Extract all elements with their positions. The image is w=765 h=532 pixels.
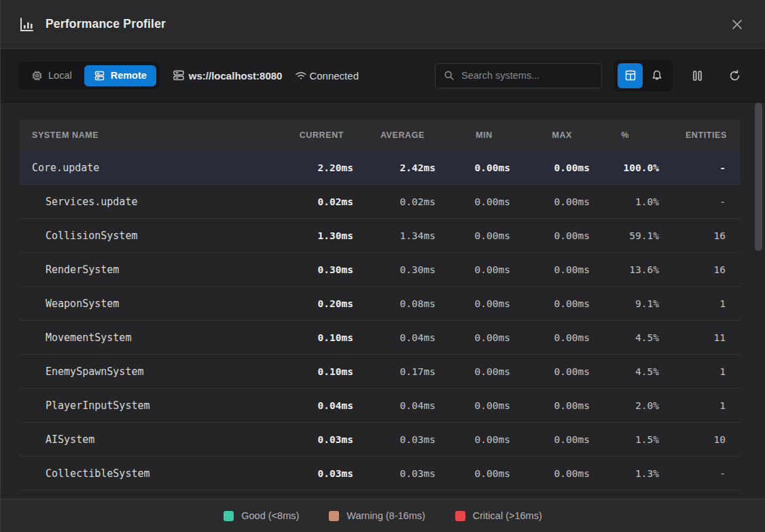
col-header-system-name: SYSTEM NAME: [20, 130, 277, 140]
table-view-button[interactable]: [618, 63, 643, 88]
host-server-icon: [172, 69, 185, 82]
col-header-max: MAX: [510, 130, 590, 140]
alerts-button[interactable]: [644, 63, 669, 88]
system-name-cell: RenderSystem: [20, 264, 277, 276]
table-row[interactable]: Services.update 0.02ms 0.02ms 0.00ms 0.0…: [20, 185, 741, 219]
current-cell: 1.30ms: [277, 230, 353, 241]
col-header-current: CURRENT: [277, 130, 353, 140]
min-cell: 0.00ms: [435, 332, 510, 343]
min-cell: 0.00ms: [435, 366, 510, 377]
current-cell: 0.20ms: [277, 298, 353, 309]
title-bar: Performance Profiler: [1, 0, 765, 49]
entities-cell: 16: [659, 264, 741, 275]
max-cell: 0.00ms: [510, 332, 590, 343]
legend-item-good: Good (<8ms): [224, 510, 299, 521]
min-cell: 0.00ms: [435, 196, 510, 207]
max-cell: 0.00ms: [510, 366, 590, 377]
current-cell: 0.30ms: [277, 264, 353, 275]
entities-cell: 1: [659, 400, 741, 411]
status-legend: Good (<8ms) Warning (8-16ms) Critical (>…: [1, 499, 765, 532]
pause-button[interactable]: [685, 63, 710, 88]
pause-icon: [691, 69, 704, 82]
min-cell: 0.00ms: [435, 162, 510, 173]
remote-mode-button[interactable]: Remote: [84, 65, 156, 86]
current-cell: 0.03ms: [277, 468, 353, 479]
percent-cell: 1.5%: [590, 434, 659, 445]
entities-cell: 1: [659, 298, 741, 309]
percent-cell: 100.0%: [590, 162, 659, 173]
max-cell: 0.00ms: [510, 162, 590, 173]
view-segmented-control: [614, 60, 673, 92]
connection-endpoint: ws://localhost:8080: [172, 69, 283, 82]
close-button[interactable]: [727, 14, 747, 35]
average-cell: 2.42ms: [353, 162, 435, 173]
local-mode-button[interactable]: Local: [22, 65, 82, 86]
min-cell: 0.00ms: [435, 298, 510, 309]
average-cell: 0.03ms: [353, 468, 435, 479]
table-row[interactable]: EnemySpawnSystem 0.10ms 0.17ms 0.00ms 0.…: [20, 355, 741, 389]
average-cell: 0.30ms: [353, 264, 435, 275]
min-cell: 0.00ms: [435, 264, 510, 275]
system-name-cell: PlayerInputSystem: [20, 400, 277, 412]
table-row[interactable]: CollectibleSystem 0.03ms 0.03ms 0.00ms 0…: [20, 457, 741, 491]
table-row[interactable]: PlayerInputSystem 0.04ms 0.04ms 0.00ms 0…: [20, 389, 741, 423]
close-icon: [731, 18, 743, 31]
cpu-chip-icon: [31, 70, 43, 82]
bell-icon: [651, 69, 663, 82]
average-cell: 0.04ms: [353, 400, 435, 411]
entities-cell: 1: [659, 366, 741, 377]
performance-profiler-window: { "window": { "title": "Performance Prof…: [0, 0, 765, 532]
refresh-icon: [728, 69, 741, 82]
table-body: Core.update 2.20ms 2.42ms 0.00ms 0.00ms …: [20, 151, 741, 491]
current-cell: 0.02ms: [277, 196, 353, 207]
col-header-entities: ENTITIES: [659, 130, 741, 140]
entities-cell: 10: [659, 434, 741, 445]
search-icon: [444, 70, 455, 81]
min-cell: 0.00ms: [435, 434, 510, 445]
system-name-cell: CollectibleSystem: [20, 467, 277, 480]
table-header-row: SYSTEM NAME CURRENT AVERAGE MIN MAX % EN…: [20, 120, 741, 151]
table-row[interactable]: CollisionSystem 1.30ms 1.34ms 0.00ms 0.0…: [20, 219, 741, 253]
system-name-cell: MovementSystem: [20, 332, 277, 344]
system-name-cell: WeaponSystem: [20, 298, 277, 310]
search-input[interactable]: [461, 70, 593, 81]
legend-item-critical: Critical (>16ms): [455, 510, 542, 521]
wifi-icon: [294, 69, 308, 82]
warning-swatch: [329, 511, 339, 521]
average-cell: 0.17ms: [353, 366, 435, 377]
systems-table: SYSTEM NAME CURRENT AVERAGE MIN MAX % EN…: [20, 120, 741, 499]
table-view-icon: [624, 69, 637, 82]
page-title: Performance Profiler: [46, 17, 166, 31]
percent-cell: 2.0%: [590, 400, 659, 411]
system-name-cell: Core.update: [20, 162, 277, 174]
ws-url: ws://localhost:8080: [189, 70, 283, 82]
search-box: [435, 63, 602, 88]
partial-next-row: [20, 491, 741, 499]
percent-cell: 9.1%: [590, 298, 659, 309]
table-row[interactable]: RenderSystem 0.30ms 0.30ms 0.00ms 0.00ms…: [20, 253, 741, 287]
current-cell: 0.10ms: [277, 332, 353, 343]
table-row[interactable]: WeaponSystem 0.20ms 0.08ms 0.00ms 0.00ms…: [20, 287, 741, 321]
max-cell: 0.00ms: [510, 264, 590, 275]
legend-item-warning: Warning (8-16ms): [329, 510, 425, 521]
current-cell: 0.04ms: [277, 400, 353, 411]
table-row[interactable]: Core.update 2.20ms 2.42ms 0.00ms 0.00ms …: [20, 151, 741, 185]
connection-status: Connected: [294, 69, 359, 82]
max-cell: 0.00ms: [510, 298, 590, 309]
toolbar: Local Remote ws://localhost:8080: [1, 49, 765, 103]
col-header-min: MIN: [435, 130, 510, 140]
remote-mode-label: Remote: [111, 70, 147, 81]
critical-swatch: [455, 511, 465, 521]
table-row[interactable]: AISystem 0.03ms 0.03ms 0.00ms 0.00ms 1.5…: [20, 423, 741, 457]
percent-cell: 4.5%: [590, 366, 659, 377]
average-cell: 0.08ms: [353, 298, 435, 309]
max-cell: 0.00ms: [510, 196, 590, 207]
refresh-button[interactable]: [722, 63, 747, 88]
table-row[interactable]: MovementSystem 0.10ms 0.04ms 0.00ms 0.00…: [20, 321, 741, 355]
system-name-cell: EnemySpawnSystem: [20, 366, 277, 378]
entities-cell: -: [659, 162, 741, 173]
good-swatch: [224, 511, 234, 521]
average-cell: 0.04ms: [353, 332, 435, 343]
average-cell: 0.02ms: [353, 196, 435, 207]
vertical-scrollbar-thumb[interactable]: [755, 103, 762, 251]
